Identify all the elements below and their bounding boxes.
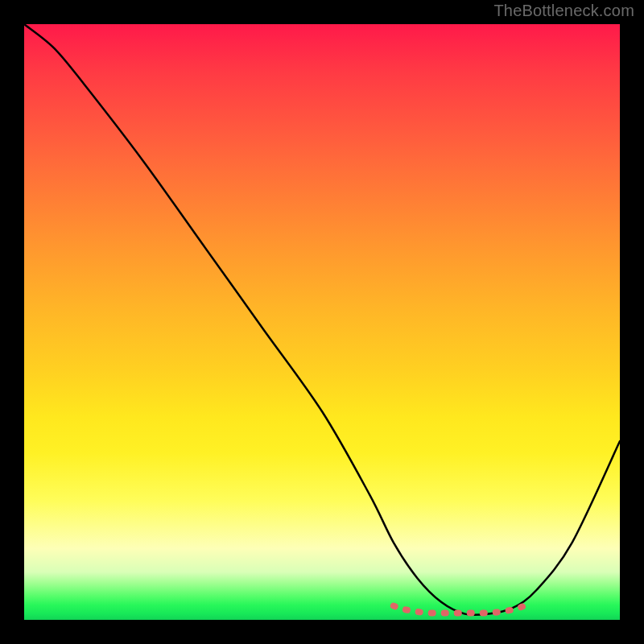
chart-frame: TheBottleneck.com	[0, 0, 644, 644]
attribution-text: TheBottleneck.com	[493, 2, 634, 20]
bottleneck-curve	[24, 24, 620, 615]
chart-overlay-svg	[24, 24, 620, 620]
flat-region-marker	[394, 606, 525, 613]
